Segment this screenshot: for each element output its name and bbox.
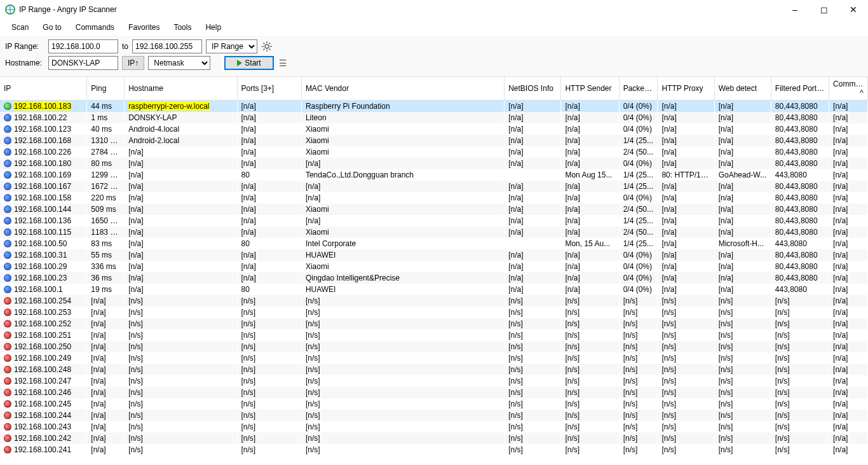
col-header-filtered[interactable]: Filtered Ports...: [771, 77, 829, 101]
start-button[interactable]: Start: [224, 56, 273, 70]
cell-mac: [n/a]: [301, 181, 504, 192]
menu-help[interactable]: Help: [199, 20, 227, 34]
cell-comments: [n/a]: [829, 215, 868, 226]
table-row[interactable]: 192.168.100.244[n/a][n/s][n/s][n/s][n/s]…: [0, 410, 868, 421]
table-row[interactable]: 192.168.100.1361650 ms[n/a][n/a][n/a][n/…: [0, 215, 868, 226]
table-row[interactable]: 192.168.100.2336 ms[n/a][n/a]Qingdao Int…: [0, 272, 868, 284]
cell-httpsender: [n/s]: [561, 307, 619, 318]
cell-packet: 0/4 (0%): [619, 192, 658, 204]
cell-ip: 192.168.100.243: [0, 421, 87, 433]
menu-favorites[interactable]: Favorites: [122, 20, 166, 34]
cell-netbios: [n/a]: [505, 226, 561, 238]
table-row[interactable]: 192.168.100.252[n/a][n/s][n/s][n/s][n/s]…: [0, 318, 868, 330]
col-header-mac[interactable]: MAC Vendor: [301, 77, 504, 101]
table-row[interactable]: 192.168.100.29336 ms[n/a][n/a]Xiaomi[n/a…: [0, 261, 868, 272]
cell-hostname: raspberrypi-zero-w.local: [125, 101, 237, 113]
cell-ip: 192.168.100.115: [0, 226, 87, 238]
titlebar: IP Range - Angry IP Scanner – ◻ ✕: [0, 0, 868, 19]
table-row[interactable]: 192.168.100.5083 ms[n/a]80Intel Corporat…: [0, 238, 868, 249]
cell-ports: [n/a]: [237, 226, 301, 238]
results-grid[interactable]: IPPingHostnamePorts [3+]MAC VendorNetBIO…: [0, 77, 868, 463]
table-row[interactable]: 192.168.100.1681310 msAndroid-2.local[n/…: [0, 135, 868, 146]
cell-comments: [n/a]: [829, 272, 868, 284]
cell-packet: 1/4 (25...: [619, 169, 658, 181]
status-dot-icon: [4, 171, 11, 179]
status-dot-icon: [4, 194, 11, 202]
cell-hostname: [n/a]: [125, 249, 237, 261]
cell-ip: 192.168.100.253: [0, 307, 87, 318]
col-header-hostname[interactable]: Hostname: [125, 77, 237, 101]
table-row[interactable]: 192.168.100.12340 msAndroid-4.local[n/a]…: [0, 123, 868, 135]
cell-comments: [n/a]: [829, 284, 868, 295]
table-row[interactable]: 192.168.100.158220 ms[n/a][n/a][n/a][n/a…: [0, 192, 868, 204]
to-label: to: [122, 42, 128, 51]
feeder-select[interactable]: IP Range: [206, 39, 257, 53]
cell-httpsender: [n/a]: [561, 146, 619, 158]
status-dot-icon: [4, 423, 11, 431]
table-row[interactable]: 192.168.100.246[n/a][n/s][n/s][n/s][n/s]…: [0, 387, 868, 398]
table-row[interactable]: 192.168.100.243[n/a][n/s][n/s][n/s][n/s]…: [0, 421, 868, 433]
cell-ports: [n/a]: [237, 261, 301, 272]
cell-ports: [n/a]: [237, 249, 301, 261]
ip-from-input[interactable]: [48, 39, 118, 53]
maximize-button[interactable]: ◻: [810, 0, 839, 19]
cell-ports: [n/s]: [237, 375, 301, 387]
col-header-comments[interactable]: Commen ^: [829, 77, 868, 101]
menu-icon[interactable]: ☰: [278, 57, 289, 69]
table-row[interactable]: 192.168.100.119 ms[n/a]80HUAWEI[n/a][n/a…: [0, 284, 868, 295]
table-row[interactable]: 192.168.100.254[n/a][n/s][n/s][n/s][n/s]…: [0, 295, 868, 307]
cell-ping: [n/a]: [87, 387, 125, 398]
cell-ping: 1310 ms: [87, 135, 125, 146]
table-row[interactable]: 192.168.100.3155 ms[n/a][n/a]HUAWEI[n/a]…: [0, 249, 868, 261]
table-row[interactable]: 192.168.100.144509 ms[n/a][n/a]Xiaomi[n/…: [0, 204, 868, 215]
table-row[interactable]: 192.168.100.1691299 ms[n/a]80TendaCo.,Lt…: [0, 169, 868, 181]
hostname-input[interactable]: [48, 56, 118, 70]
cell-packet: [n/s]: [619, 364, 658, 375]
close-button[interactable]: ✕: [839, 0, 868, 19]
col-header-httpproxy[interactable]: HTTP Proxy: [658, 77, 714, 101]
col-header-packet[interactable]: Packet ...: [619, 77, 658, 101]
menu-go-to[interactable]: Go to: [36, 20, 67, 34]
table-row[interactable]: 192.168.100.242[n/a][n/s][n/s][n/s][n/s]…: [0, 433, 868, 444]
col-header-netbios[interactable]: NetBIOS Info: [505, 77, 561, 101]
cell-ping: [n/a]: [87, 398, 125, 410]
status-dot-icon: [4, 446, 11, 454]
cell-httpproxy: [n/a]: [658, 215, 714, 226]
cell-hostname: [n/a]: [125, 238, 237, 249]
col-header-httpsender[interactable]: HTTP Sender: [561, 77, 619, 101]
table-row[interactable]: 192.168.100.251[n/a][n/s][n/s][n/s][n/s]…: [0, 330, 868, 341]
table-row[interactable]: 192.168.100.2262784 ms[n/a][n/a]Xiaomi[n…: [0, 146, 868, 158]
cell-webdetect: [n/s]: [714, 330, 771, 341]
table-row[interactable]: 192.168.100.247[n/a][n/s][n/s][n/s][n/s]…: [0, 375, 868, 387]
col-header-ports[interactable]: Ports [3+]: [237, 77, 301, 101]
cell-comments: [n/a]: [829, 192, 868, 204]
cell-comments: [n/a]: [829, 158, 868, 169]
table-row[interactable]: 192.168.100.245[n/a][n/s][n/s][n/s][n/s]…: [0, 398, 868, 410]
ip-up-button[interactable]: IP↑: [122, 56, 144, 70]
netmask-select[interactable]: Netmask: [148, 56, 210, 70]
table-row[interactable]: 192.168.100.250[n/a][n/s][n/s][n/s][n/s]…: [0, 341, 868, 352]
menu-commands[interactable]: Commands: [69, 20, 121, 34]
table-row[interactable]: 192.168.100.249[n/a][n/s][n/s][n/s][n/s]…: [0, 352, 868, 364]
status-dot-icon: [4, 286, 11, 293]
table-row[interactable]: 192.168.100.1671672 ms[n/a][n/a][n/a][n/…: [0, 181, 868, 192]
ip-to-input[interactable]: [132, 39, 202, 53]
table-row[interactable]: 192.168.100.253[n/a][n/s][n/s][n/s][n/s]…: [0, 307, 868, 318]
col-header-ip[interactable]: IP: [0, 77, 87, 101]
cell-httpsender: [n/a]: [561, 112, 619, 123]
menu-scan[interactable]: Scan: [5, 20, 35, 34]
table-row[interactable]: 192.168.100.241[n/a][n/s][n/s][n/s][n/s]…: [0, 444, 868, 455]
cell-ports: [n/s]: [237, 433, 301, 444]
gear-icon[interactable]: [261, 41, 273, 52]
table-row[interactable]: 192.168.100.248[n/a][n/s][n/s][n/s][n/s]…: [0, 364, 868, 375]
table-row[interactable]: 192.168.100.18344 msraspberrypi-zero-w.l…: [0, 101, 868, 113]
cell-hostname: [n/s]: [125, 330, 237, 341]
table-row[interactable]: 192.168.100.18080 ms[n/a][n/a][n/a][n/a]…: [0, 158, 868, 169]
col-header-webdetect[interactable]: Web detect: [714, 77, 771, 101]
col-header-ping[interactable]: Ping: [87, 77, 125, 101]
menu-tools[interactable]: Tools: [167, 20, 198, 34]
table-row[interactable]: 192.168.100.1151183 ms[n/a][n/a]Xiaomi[n…: [0, 226, 868, 238]
table-row[interactable]: 192.168.100.221 msDONSKY-LAP[n/a]Liteon[…: [0, 112, 868, 123]
minimize-button[interactable]: –: [780, 0, 810, 19]
cell-ping: [n/a]: [87, 352, 125, 364]
